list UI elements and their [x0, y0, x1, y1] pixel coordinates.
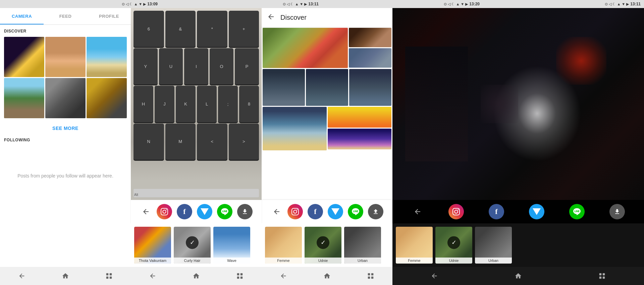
share-twitter-3[interactable]: [328, 204, 343, 219]
discover-image-bar[interactable]: [349, 28, 391, 47]
filter-udnie-4[interactable]: ✓ Udnie: [435, 227, 472, 264]
filter-selected-check-udnie: ✓: [317, 236, 329, 249]
filter-selected-check-curly: ✓: [186, 236, 199, 249]
share-instagram-2[interactable]: [157, 204, 172, 219]
status-section-3: ⊙ ◁ ☾ ▲ ▼ ▶ 13:20: [322, 2, 483, 6]
dark-figure-left: [405, 47, 468, 162]
filter-urban[interactable]: Urban: [344, 227, 381, 264]
bottom-nav-2: [131, 267, 262, 285]
home-button-4[interactable]: [512, 269, 525, 283]
share-download-2[interactable]: [237, 204, 253, 219]
twitter-icon-4: [533, 208, 541, 215]
share-bar-4: f: [392, 200, 644, 223]
status-time-3: 13:20: [469, 2, 480, 6]
recents-button-2[interactable]: [233, 269, 247, 283]
discover-thumb-2[interactable]: [45, 37, 86, 77]
discover-image-house4[interactable]: [349, 69, 391, 106]
dark-image-main: [392, 8, 644, 200]
back-button-2[interactable]: [146, 269, 159, 283]
discover-image-woman[interactable]: [263, 107, 327, 150]
home-button-2[interactable]: [190, 269, 203, 283]
filter-curly-hair[interactable]: ✓ Curly Hair: [174, 227, 211, 264]
svg-rect-10: [368, 277, 370, 279]
tab-profile[interactable]: PROFILE: [87, 8, 131, 24]
discover-thumb-1[interactable]: [4, 37, 44, 77]
back-button-4[interactable]: [428, 269, 441, 283]
discover-image-house3[interactable]: [306, 69, 348, 106]
screen-camera: CAMERA FEED PROFILE DISCOVER SEE MORE FO…: [0, 8, 131, 285]
upload-button-3[interactable]: [368, 204, 383, 219]
share-twitter-2[interactable]: [197, 204, 212, 219]
home-button-1[interactable]: [59, 269, 72, 283]
tab-feed[interactable]: FEED: [44, 8, 87, 24]
svg-rect-4: [237, 273, 239, 275]
screen-dark-painting: f Femme ✓ Udnie Urban: [392, 8, 644, 285]
back-arrow-3[interactable]: [271, 206, 283, 218]
tab-camera[interactable]: CAMERA: [0, 8, 44, 24]
discover-thumb-5[interactable]: [45, 78, 86, 118]
see-more-button[interactable]: SEE MORE: [4, 122, 127, 138]
filter-thota-vaikuntam[interactable]: Thota Vaikuntam: [134, 227, 171, 264]
back-button-3[interactable]: [277, 269, 290, 283]
discover-image-house2[interactable]: [263, 69, 305, 106]
svg-rect-9: [371, 273, 373, 275]
filter-name-femme-4: Femme: [396, 258, 433, 264]
discover-page-title: Discover: [280, 14, 307, 21]
status-time-1: 13:09: [147, 2, 158, 6]
bottom-nav-3: [262, 267, 392, 285]
recents-button-4[interactable]: [595, 269, 609, 283]
back-arrow-4[interactable]: [412, 206, 424, 218]
share-facebook-4[interactable]: f: [489, 204, 504, 219]
bottom-nav-1: [0, 267, 131, 285]
svg-rect-12: [599, 273, 601, 275]
discover-thumb-4[interactable]: [4, 78, 44, 118]
filter-name-wave: Wave: [213, 258, 250, 264]
discover-content: [262, 27, 392, 200]
svg-rect-11: [371, 277, 373, 279]
filter-wave[interactable]: Wave: [213, 227, 250, 264]
discover-image-hero[interactable]: [328, 107, 392, 128]
discover-image-house1[interactable]: [349, 48, 391, 68]
main-content: DISCOVER SEE MORE FOLLOWING Posts from p…: [0, 25, 131, 267]
recents-button-3[interactable]: [364, 269, 377, 283]
share-download-4[interactable]: [609, 204, 625, 219]
status-time-4: 13:11: [630, 2, 641, 6]
filter-udnie[interactable]: ✓ Udnie: [305, 227, 341, 264]
filter-name-femme: Femme: [265, 258, 302, 264]
following-section-title: FOLLOWING: [4, 138, 127, 142]
svg-rect-8: [368, 273, 370, 275]
filter-femme[interactable]: Femme: [265, 227, 302, 264]
back-button-1[interactable]: [15, 269, 29, 283]
filters-bar-2: Thota Vaikuntam ✓ Curly Hair Wave: [131, 223, 262, 267]
back-arrow-2[interactable]: [140, 206, 152, 218]
home-button-3[interactable]: [320, 269, 334, 283]
filter-urban-4[interactable]: Urban: [475, 227, 512, 264]
filter-selected-check-udnie-4: ✓: [447, 236, 460, 249]
svg-rect-6: [237, 277, 239, 279]
svg-rect-2: [106, 277, 108, 279]
bottom-nav-4: [392, 267, 644, 285]
share-instagram-4[interactable]: [448, 204, 464, 219]
discover-thumb-6[interactable]: [87, 78, 127, 118]
discover-image-horses[interactable]: [263, 28, 348, 68]
filters-bar-4: Femme ✓ Udnie Urban: [392, 223, 644, 267]
recents-button-1[interactable]: [102, 269, 116, 283]
share-instagram-3[interactable]: [287, 204, 303, 219]
share-twitter-4[interactable]: [529, 204, 544, 219]
svg-rect-15: [603, 277, 605, 279]
bird-shape: [481, 85, 519, 123]
share-line-2[interactable]: [217, 204, 232, 219]
screens-row: CAMERA FEED PROFILE DISCOVER SEE MORE FO…: [0, 8, 644, 285]
filter-femme-4[interactable]: Femme: [396, 227, 433, 264]
discover-thumb-3[interactable]: [87, 37, 127, 77]
status-icons-1: ⊙ ◁ ☾ ▲ ▼ ▶: [122, 2, 146, 6]
status-time-2: 13:11: [308, 2, 319, 6]
share-line-3[interactable]: [348, 204, 363, 219]
share-facebook-2[interactable]: f: [177, 204, 192, 219]
share-facebook-3[interactable]: f: [308, 204, 323, 219]
filters-bar-3: Femme ✓ Udnie Urban: [262, 223, 392, 267]
share-line-4[interactable]: [569, 204, 585, 219]
svg-rect-0: [106, 273, 108, 275]
discover-image-mountain[interactable]: [328, 129, 392, 149]
discover-back-button[interactable]: [267, 13, 275, 22]
